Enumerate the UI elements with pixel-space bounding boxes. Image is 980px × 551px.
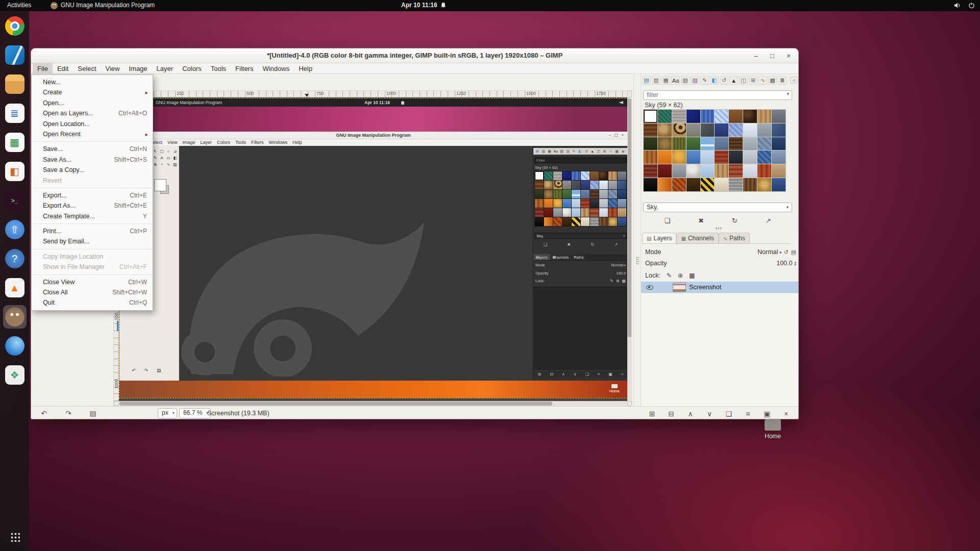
pattern-swatch[interactable] <box>687 123 700 137</box>
pattern-swatch[interactable] <box>772 110 786 123</box>
lock-toggle-alpha[interactable]: ▦ <box>689 272 695 279</box>
canvas-corner-button[interactable] <box>627 91 632 97</box>
splitter-grip[interactable] <box>636 257 639 265</box>
pattern-swatch[interactable] <box>743 137 757 151</box>
menu-item-close-all[interactable]: Close AllShift+Ctrl+W <box>32 287 153 297</box>
menubar-item-image[interactable]: Image <box>124 63 152 73</box>
layers-action-raise-layer[interactable]: ∧ <box>682 408 699 419</box>
pattern-swatch[interactable] <box>772 123 786 137</box>
dock-item-help[interactable]: ? <box>3 247 27 270</box>
pattern-swatch[interactable] <box>729 110 743 123</box>
zoom-dropdown[interactable]: 66.7 % <box>179 408 211 418</box>
pattern-swatch[interactable] <box>743 164 757 178</box>
menu-item-save-as[interactable]: Save As...Shift+Ctrl+S <box>32 155 153 165</box>
pattern-swatch[interactable] <box>772 164 786 178</box>
pattern-swatch[interactable] <box>687 151 700 164</box>
dialog-tab-channels[interactable]: ▩ <box>768 76 777 85</box>
dialog-tab-gradients[interactable]: ▧ <box>681 76 690 85</box>
pattern-swatch[interactable] <box>644 123 657 137</box>
dialog-tab-tool-options[interactable]: ✎ <box>700 76 709 85</box>
pattern-swatch[interactable] <box>701 123 715 137</box>
pattern-swatch[interactable] <box>715 151 728 164</box>
canvas-image[interactable]: Activities GNU Image Manipulation Progra… <box>119 98 627 398</box>
pattern-swatch[interactable] <box>757 123 771 137</box>
pattern-swatch[interactable] <box>672 137 686 151</box>
dialog-tab-palettes[interactable]: ▨ <box>691 76 699 85</box>
pattern-swatch[interactable] <box>757 137 771 151</box>
dialog-tab-fonts[interactable]: Aa <box>671 76 680 85</box>
menu-item-close-view[interactable]: Close ViewCtrl+W <box>32 277 153 287</box>
pattern-swatch[interactable] <box>687 110 700 123</box>
layers-action-delete-layer[interactable]: × <box>778 408 794 419</box>
dialog-tab-patterns[interactable]: ▦ <box>662 76 670 85</box>
panel-splitter[interactable] <box>633 74 641 406</box>
menu-item-export-as[interactable]: Export As...Shift+Ctrl+E <box>32 201 153 211</box>
mode-button-options[interactable]: ▤ <box>791 249 796 256</box>
menu-item-export[interactable]: Export...Ctrl+E <box>32 190 153 201</box>
scrollbar-thumb[interactable] <box>628 98 631 337</box>
dock-item-libreoffice-impress[interactable]: ◧ <box>3 160 27 183</box>
pattern-swatch[interactable] <box>687 137 700 151</box>
pattern-swatch[interactable] <box>772 137 786 151</box>
menubar-item-tools[interactable]: Tools <box>206 63 231 73</box>
tool-options-action-redo[interactable]: ↷ <box>62 408 75 419</box>
lock-toggle-pixels[interactable]: ✎ <box>667 272 672 279</box>
menu-item-open-location[interactable]: Open Location... <box>32 119 153 129</box>
pattern-swatch[interactable] <box>644 137 657 151</box>
navigation-button[interactable] <box>627 401 632 406</box>
menu-item-open[interactable]: Open... <box>32 98 153 108</box>
opacity-spinner[interactable] <box>794 261 796 266</box>
patterns-action-open[interactable]: ↗ <box>766 217 771 224</box>
horizontal-scrollbar[interactable] <box>119 401 627 406</box>
pattern-swatch[interactable] <box>743 151 757 164</box>
pattern-filter-input[interactable] <box>643 90 792 100</box>
pattern-swatch[interactable] <box>672 110 686 123</box>
dock-item-terminal[interactable]: >_ <box>3 189 27 212</box>
pattern-swatch[interactable] <box>729 137 743 151</box>
menubar-item-windows[interactable]: Windows <box>258 63 294 73</box>
layers-action-add-mask[interactable]: ▣ <box>759 408 775 419</box>
power-icon[interactable] <box>968 2 975 9</box>
tool-options-action-print[interactable]: ▤ <box>86 408 100 419</box>
pattern-swatch[interactable] <box>715 137 728 151</box>
mode-button-reset[interactable]: ↺ <box>783 249 788 256</box>
panel-tab-layers[interactable]: ▤Layers <box>642 233 676 243</box>
dialog-tab-layers[interactable]: ≣ <box>778 76 787 85</box>
pattern-swatch[interactable] <box>672 164 686 178</box>
panel-tab-channels[interactable]: ▦Channels <box>676 233 718 243</box>
patterns-action-refresh[interactable]: ↻ <box>732 217 738 224</box>
pattern-swatch[interactable] <box>701 164 715 178</box>
panel-tab-paths[interactable]: ∿Paths <box>719 233 750 243</box>
patterns-action-delete[interactable]: ✖ <box>698 217 704 224</box>
pattern-swatch[interactable] <box>757 178 771 191</box>
menu-item-open-recent[interactable]: Open Recent <box>32 129 153 139</box>
layers-action-new-group[interactable]: ⊟ <box>663 408 679 419</box>
dialog-tab-pointer[interactable]: ▲ <box>729 76 738 85</box>
menu-item-print[interactable]: Print...Ctrl+P <box>32 226 153 236</box>
menu-item-save-a-copy[interactable]: Save a Copy... <box>32 165 153 175</box>
menu-item-open-as-layers[interactable]: Open as Layers...Ctrl+Alt+O <box>32 108 153 118</box>
pattern-swatch[interactable] <box>729 123 743 137</box>
pattern-swatch[interactable] <box>687 178 700 191</box>
dialog-tab-paths[interactable]: ∿ <box>758 76 767 85</box>
canvas-viewport[interactable]: Activities GNU Image Manipulation Progra… <box>119 97 627 401</box>
layer-mode-dropdown[interactable]: Normal <box>757 248 781 256</box>
dock-item-chrome[interactable] <box>3 14 27 38</box>
menubar-item-colors[interactable]: Colors <box>178 63 206 73</box>
tool-options-action-undo[interactable]: ↶ <box>37 408 51 419</box>
pattern-swatch[interactable] <box>658 178 672 191</box>
pattern-swatch[interactable] <box>644 110 657 123</box>
menu-item-create[interactable]: Create <box>32 87 153 97</box>
pattern-swatch[interactable] <box>672 151 686 164</box>
layers-action-duplicate-layer[interactable]: ❏ <box>721 408 737 419</box>
menu-item-revert[interactable]: Revert <box>32 176 153 186</box>
pattern-swatch[interactable] <box>743 123 757 137</box>
menubar-item-select[interactable]: Select <box>73 63 101 73</box>
dock-item-vscode[interactable] <box>3 43 27 67</box>
pattern-swatch[interactable] <box>757 164 771 178</box>
dialog-tab-device-status[interactable]: ◧ <box>710 76 719 85</box>
menu-item-send-by-email[interactable]: Send by Email... <box>32 236 153 246</box>
dock-item-libreoffice-writer[interactable]: ≣ <box>3 102 27 125</box>
dialog-tab-undo-history[interactable]: ↺ <box>720 76 728 85</box>
layers-action-lower-layer[interactable]: ∨ <box>701 408 718 419</box>
